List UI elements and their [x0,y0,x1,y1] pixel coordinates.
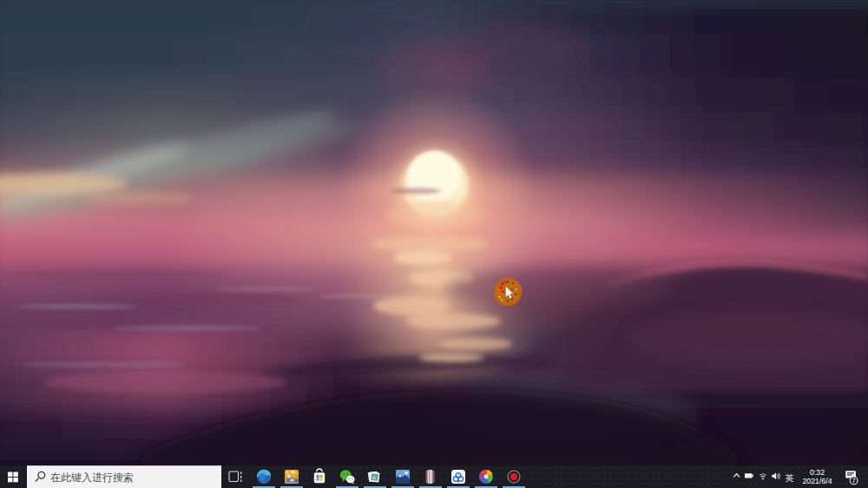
svg-text:7: 7 [852,477,856,485]
